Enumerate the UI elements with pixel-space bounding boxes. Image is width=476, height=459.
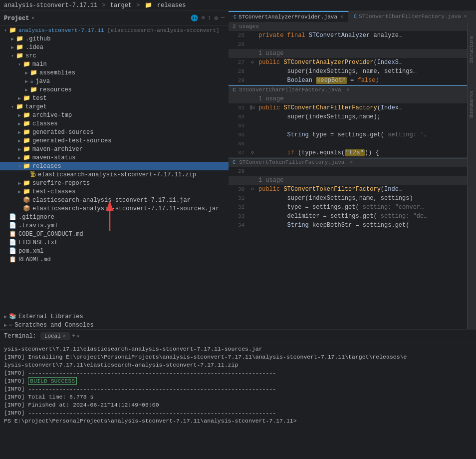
folder-icon-java: ☕ [30, 77, 33, 85]
tree-item-pom[interactable]: 📄 pom.xml [0, 247, 229, 255]
arrow-assemblies: ▶ [23, 70, 30, 76]
project-tree: ▾ 📁 analysis-stconvert-7.17.11 [elastics… [0, 26, 229, 312]
code-line-35: 35 String type = settings.get( setting: … [229, 130, 476, 139]
list-icon[interactable]: ≡ [201, 14, 205, 22]
tree-item-generated-test-sources[interactable]: ▶ 📁 generated-test-sources [0, 136, 229, 145]
tree-item-github[interactable]: ▶ 📁 .github [0, 34, 229, 43]
tree-item-generated-sources[interactable]: ▶ 📁 generated-sources [0, 128, 229, 136]
folder-icon-releases: 📁 [23, 162, 30, 170]
tree-item-sources-jar[interactable]: 📦 elasticsearch-analysis-stconvert-7.17.… [0, 204, 229, 213]
code-line-34b: 34 String keepBothStr = settings.get( [229, 221, 476, 230]
terminal-content[interactable]: ysis-stconvert\7.17.11\elasticsearch-ana… [0, 343, 476, 459]
terminal-tab-local[interactable]: Local × [40, 332, 70, 340]
code-section-token-filter: C STConvertTokenFilterFactory.java × 29 … [229, 158, 476, 230]
tree-item-test-classes[interactable]: ▶ 📁 test-classes [0, 187, 229, 196]
terminal-tab-label: Local [44, 333, 61, 339]
code-30: public STConvertTokenFilterFactory(Inde… [256, 185, 476, 194]
sort-icon[interactable]: ↕ [208, 14, 211, 22]
tree-item-jar[interactable]: 📦 elasticsearch-analysis-stconvert-7.17.… [0, 196, 229, 204]
tab-label-analyzer-provider: STConvertAnalyzerProvider.java [238, 14, 337, 20]
code-27: public STConvertAnalyzerProvider(IndexS… [256, 58, 476, 67]
gutter-27: ◇ [248, 58, 256, 67]
tree-label-license: LICENSE.txt [18, 239, 58, 246]
gutter-30: ◇ [248, 185, 256, 194]
terminal-line-9: [INFO] ---------------------------------… [4, 409, 472, 417]
bookmarks-tab[interactable]: Bookmarks [468, 87, 476, 122]
code-31: super(indexSettings,name, settings) [256, 194, 476, 203]
terminal-line-5: [INFO] BUILD SUCCESS [4, 377, 472, 385]
terminal-dropdown-button[interactable]: ▾ [76, 333, 80, 340]
tab-char-filter[interactable]: C STConvertCharFilterFactory.java × [349, 11, 473, 22]
tree-item-conduct[interactable]: 📋 CODE_OF_CONDUCT.md [0, 230, 229, 238]
structure-tab[interactable]: Structure [468, 32, 476, 67]
code-section-char-filter: C STConvertCharFilterFactory.java × 1 us… [229, 85, 476, 158]
minimize-icon[interactable]: — [221, 14, 225, 22]
project-label: Project [4, 15, 29, 22]
tree-label-releases-zip: elasticsearch-analysis-stconvert-7.17.11… [38, 171, 196, 178]
terminal-line-6: [INFO] ---------------------------------… [4, 385, 472, 393]
line-num-37: 37 [229, 148, 248, 157]
close-char-filter[interactable]: × [346, 87, 350, 93]
folder-icon-test-classes: 📁 [23, 188, 30, 195]
project-dropdown-icon[interactable]: ▾ [31, 14, 34, 22]
code-28: super(indexSettings, name, settings… [256, 67, 476, 76]
tree-item-java[interactable]: ▶ ☕ java [0, 77, 229, 85]
terminal-line-2: [INFO] Installing E:\project\PersonalPro… [4, 353, 472, 361]
close-token-filter[interactable]: × [350, 159, 353, 165]
code-line-29a: 29 Boolean keepBoth = false; [229, 76, 476, 85]
tree-item-travis[interactable]: 📄 .travis.yml [0, 221, 229, 230]
code-25: private final STConvertAnalyzer analyze… [256, 31, 476, 40]
tree-item-releases[interactable]: ▾ 📁 releases [0, 162, 229, 170]
arrow-generated-sources: ▶ [16, 129, 23, 135]
folder-icon-main: 📁 [23, 60, 30, 68]
tree-item-test[interactable]: ▶ 📁 test [0, 94, 229, 102]
tree-item-license[interactable]: 📄 LICENSE.txt [0, 238, 229, 247]
tab-close-char-filter[interactable]: × [464, 14, 467, 19]
tree-item-maven-archiver[interactable]: ▶ 📁 maven-archiver [0, 145, 229, 153]
tree-item-scratches[interactable]: ▶ ✏ Scratches and Consoles [0, 321, 229, 329]
code-32: public STConvertCharFilterFactory(Index… [256, 103, 476, 112]
project-panel: Project ▾ 🌐 ≡ ↕ ⚙ — ▾ 📁 analysis-stconve… [0, 11, 229, 329]
code-section-analyzer-provider: 2 usages 25 private final STConvertAnaly… [229, 22, 476, 85]
tree-item-resources[interactable]: ▶ 📁 resources [0, 85, 229, 94]
tree-item-classes[interactable]: ▶ 📁 classes [0, 119, 229, 128]
tab-token-filter[interactable]: C STConvertTokenFilterFactory.java × [473, 11, 476, 22]
tree-label-generated-sources: generated-sources [32, 129, 93, 136]
tree-label-conduct: CODE_OF_CONDUCT.md [18, 231, 83, 238]
tree-item-releases-zip[interactable]: 🗜 elasticsearch-analysis-stconvert-7.17.… [0, 170, 229, 179]
zip-icon: 🗜 [30, 171, 36, 178]
code-line-30: 30 ◇ public STConvertTokenFilterFactory(… [229, 185, 476, 194]
tab-analyzer-provider[interactable]: C STConvertAnalyzerProvider.java × [229, 11, 349, 22]
tab-close-analyzer-provider[interactable]: × [340, 14, 343, 20]
tree-item-surefire-reports[interactable]: ▶ 📁 surefire-reports [0, 179, 229, 187]
gitignore-icon: 📄 [9, 213, 16, 221]
tree-item-external-libraries[interactable]: ▶ 📚 External Libraries [0, 312, 229, 321]
terminal-tabs-bar: Terminal: Local × + ▾ [0, 330, 476, 343]
globe-icon[interactable]: 🌐 [191, 14, 198, 22]
tree-item-src[interactable]: ▾ 📁 src [0, 51, 229, 60]
tree-item-target[interactable]: ▾ 📁 target [0, 102, 229, 111]
section-header-analyzer: 2 usages [229, 22, 476, 31]
tree-item-assemblies[interactable]: ▶ 📁 assemblies [0, 68, 229, 77]
terminal-add-button[interactable]: + [72, 333, 75, 340]
tree-item-gitignore[interactable]: 📄 .gitignore [0, 213, 229, 221]
tree-item-maven-status[interactable]: ▶ 📁 maven-status [0, 153, 229, 162]
line-num-25: 25 [229, 31, 248, 40]
line-num-26: 26 [229, 40, 248, 49]
tree-label-maven-archiver: maven-archiver [32, 146, 83, 153]
tree-item-root[interactable]: ▾ 📁 analysis-stconvert-7.17.11 [elastics… [0, 26, 229, 34]
tree-label-gitignore: .gitignore [18, 214, 54, 221]
tree-item-main[interactable]: ▾ 📁 main [0, 60, 229, 68]
folder-icon-surefire-reports: 📁 [23, 179, 30, 187]
folder-icon-archive-tmp: 📁 [23, 111, 30, 119]
tree-item-idea[interactable]: ▶ 📁 .idea [0, 43, 229, 51]
gutter-37: ◇ [248, 148, 256, 157]
tree-item-archive-tmp[interactable]: ▶ 📁 archive-tmp [0, 111, 229, 119]
code-line-31: 31 super(indexSettings,name, settings) [229, 194, 476, 203]
code-line-32b: 32 type = settings.get( setting: "conver… [229, 203, 476, 212]
settings-icon[interactable]: ⚙ [215, 14, 218, 22]
tree-label-root: analysis-stconvert-7.17.11 [elasticsearc… [18, 27, 220, 33]
tree-item-readme[interactable]: 📋 README.md [0, 255, 229, 264]
terminal-tab-close[interactable]: × [63, 334, 66, 339]
folder-icon-src: 📁 [16, 52, 23, 59]
